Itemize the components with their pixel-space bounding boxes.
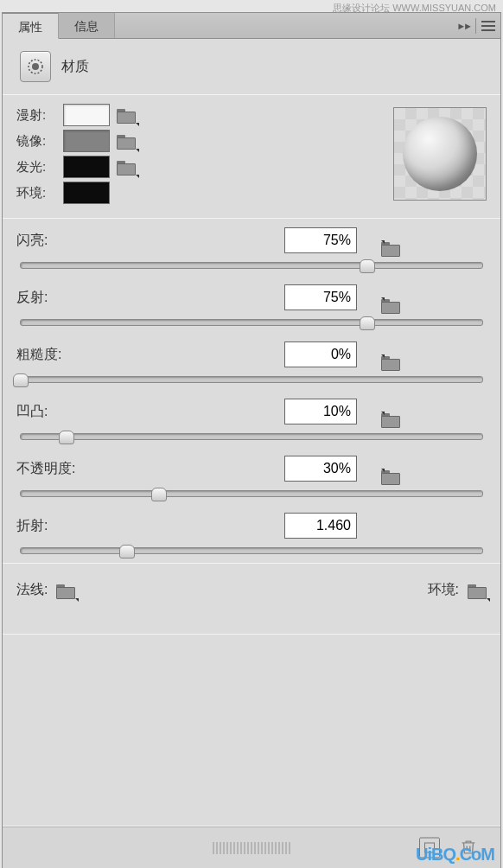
watermark-bottom: UiBQ.CoM xyxy=(416,845,494,865)
diffuse-folder-icon[interactable] xyxy=(117,107,136,123)
specular-folder-icon[interactable] xyxy=(117,133,136,149)
reflect-slider[interactable] xyxy=(20,319,483,326)
specular-label: 镜像: xyxy=(16,133,56,150)
material-icon xyxy=(25,56,46,77)
opacity-slider[interactable] xyxy=(20,490,483,497)
material-preview[interactable] xyxy=(393,107,487,201)
section-title: 材质 xyxy=(61,58,89,76)
rough-label: 粗糙度: xyxy=(16,346,284,364)
normal-folder-icon[interactable] xyxy=(56,583,75,598)
env-folder-icon[interactable] xyxy=(468,583,487,598)
material-icon-button[interactable] xyxy=(20,51,51,82)
tab-bar: 属性 信息 ►► xyxy=(3,13,500,39)
bump-label: 凹凸: xyxy=(16,403,284,421)
shine-label: 闪亮: xyxy=(16,232,284,250)
opacity-input[interactable] xyxy=(284,456,357,482)
rough-slider[interactable] xyxy=(20,376,483,383)
drag-handle[interactable] xyxy=(213,842,290,854)
tab-attributes[interactable]: 属性 xyxy=(3,13,59,39)
sliders-section: 闪亮: 反射: 粗糙度: 凹凸: xyxy=(3,219,500,563)
glow-folder-icon[interactable] xyxy=(117,159,136,175)
specular-row: 镜像: xyxy=(16,130,136,152)
opacity-group: 不透明度: xyxy=(16,456,487,497)
bump-input[interactable] xyxy=(284,399,357,424)
ambient-row: 环境: xyxy=(16,182,136,204)
rough-input[interactable] xyxy=(284,341,357,367)
ambient-swatch[interactable] xyxy=(63,182,110,204)
diffuse-row: 漫射: xyxy=(16,104,136,126)
glow-swatch[interactable] xyxy=(63,156,110,178)
properties-panel: 属性 信息 ►► 材质 漫射: 镜像: xyxy=(2,12,501,868)
shine-group: 闪亮: xyxy=(16,227,487,269)
diffuse-swatch[interactable] xyxy=(63,104,110,126)
specular-swatch[interactable] xyxy=(63,130,110,152)
glow-row: 发光: xyxy=(16,156,136,178)
normal-label: 法线: xyxy=(16,581,48,599)
ambient-label: 环境: xyxy=(16,185,56,201)
svg-point-1 xyxy=(32,63,39,70)
glow-label: 发光: xyxy=(16,159,56,176)
reflect-group: 反射: xyxy=(16,284,487,326)
refract-slider[interactable] xyxy=(20,547,483,554)
refract-input[interactable] xyxy=(284,513,357,539)
shine-input[interactable] xyxy=(284,227,357,253)
collapse-icon[interactable]: ►► xyxy=(456,21,470,31)
reflect-label: 反射: xyxy=(16,289,284,307)
opacity-label: 不透明度: xyxy=(16,460,284,478)
env-label: 环境: xyxy=(428,581,459,599)
reflect-input[interactable] xyxy=(284,284,357,310)
refract-label: 折射: xyxy=(16,517,284,535)
refract-group: 折射: xyxy=(16,513,487,554)
tab-info[interactable]: 信息 xyxy=(59,13,115,38)
diffuse-label: 漫射: xyxy=(16,107,56,124)
panel-menu-icon[interactable] xyxy=(481,21,495,31)
watermark-top: 思缘设计论坛 WWW.MISSYUAN.COM xyxy=(333,2,496,15)
rough-group: 粗糙度: xyxy=(16,341,487,383)
bump-group: 凹凸: xyxy=(16,399,487,440)
bump-slider[interactable] xyxy=(20,433,483,440)
shine-slider[interactable] xyxy=(20,262,483,269)
